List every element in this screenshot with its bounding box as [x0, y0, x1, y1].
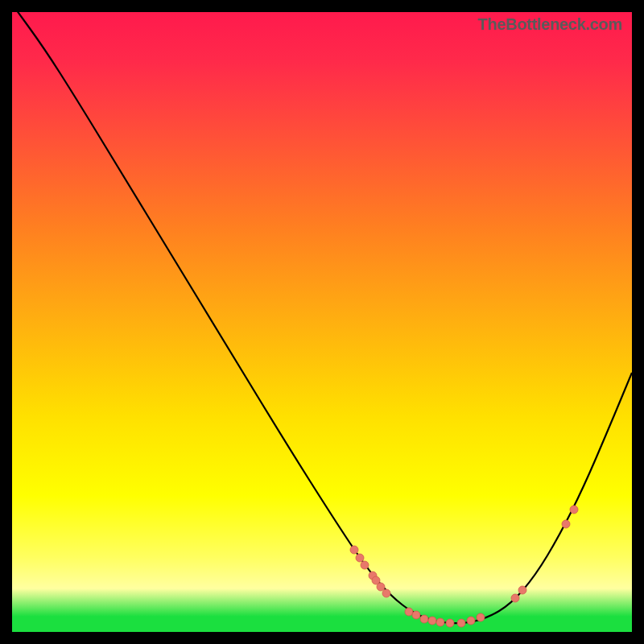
- chart-svg: [12, 12, 632, 632]
- data-marker: [405, 608, 413, 616]
- data-marker: [350, 546, 358, 554]
- data-marker: [457, 619, 465, 627]
- data-marker: [377, 583, 385, 591]
- data-marker: [361, 561, 369, 569]
- data-marker: [446, 619, 454, 627]
- bottleneck-curve: [12, 12, 632, 623]
- data-marker: [412, 611, 420, 619]
- data-marker: [518, 586, 526, 594]
- chart-container: TheBottleneck.com: [0, 0, 644, 644]
- data-markers: [350, 506, 578, 627]
- data-marker: [477, 613, 485, 621]
- data-marker: [562, 520, 570, 528]
- data-marker: [356, 554, 364, 562]
- data-marker: [570, 506, 578, 514]
- data-marker: [428, 617, 436, 625]
- data-marker: [382, 589, 390, 597]
- data-marker: [420, 615, 428, 623]
- data-marker: [436, 618, 444, 626]
- plot-area: TheBottleneck.com: [12, 12, 632, 632]
- data-marker: [467, 617, 475, 625]
- data-marker: [511, 594, 519, 602]
